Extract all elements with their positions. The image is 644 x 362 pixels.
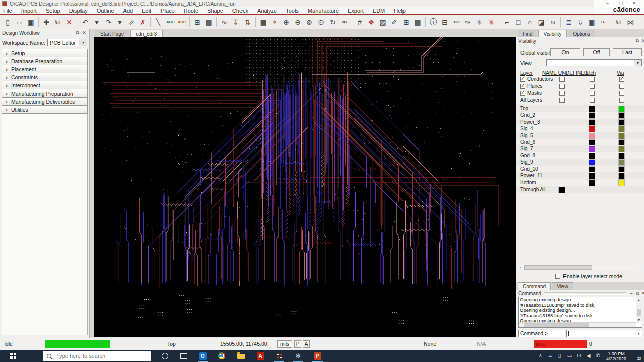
save-icon[interactable]: ▣ [25, 17, 36, 28]
menu-item-display[interactable]: Display [69, 8, 88, 14]
checkbox-planes-etch[interactable] [590, 84, 595, 89]
via-color-swatch[interactable] [618, 173, 625, 179]
etch-color-swatch[interactable] [589, 112, 595, 119]
panel-close-icon[interactable]: ✕ [640, 291, 644, 296]
etch-color-swatch[interactable] [589, 146, 595, 152]
shape-polygon-icon[interactable]: ⌐ [501, 17, 512, 28]
scroll-down-icon[interactable]: ▼ [636, 317, 641, 323]
checkbox-all-layers-name-undefined[interactable] [559, 98, 565, 103]
menu-item-edit[interactable]: Edit [142, 8, 151, 14]
checkbox-masks-etch[interactable] [590, 90, 595, 96]
pcb-design-canvas[interactable] [94, 37, 516, 337]
menu-item-export[interactable]: Export [348, 8, 364, 14]
reuse-icon[interactable]: R₁ [598, 17, 609, 28]
view-3d-icon[interactable]: 3D [339, 17, 350, 28]
file-explorer-icon[interactable] [231, 350, 251, 362]
scroll-up-icon[interactable]: ▲ [636, 297, 641, 303]
scrollbar-thumb[interactable] [524, 323, 589, 327]
drc-status-indicator[interactable]: DRC [534, 340, 587, 348]
outlook-icon[interactable]: O [193, 350, 212, 362]
global-on-button[interactable]: On [550, 48, 580, 56]
menu-item-shape[interactable]: Shape [207, 8, 223, 14]
zoom-out-icon[interactable]: ⊖ [292, 17, 303, 28]
start-button[interactable] [0, 350, 24, 362]
chevron-down-icon[interactable]: ▾ [635, 330, 642, 337]
etch-color-swatch[interactable] [589, 173, 595, 179]
scrollbar-thumb[interactable] [524, 265, 592, 270]
units-button[interactable]: mils [277, 340, 292, 348]
menu-item-manufacture[interactable]: Manufacture [308, 8, 339, 14]
layer-row-sig-4[interactable]: Sig_4 [516, 125, 644, 132]
via-color-swatch[interactable] [618, 153, 625, 159]
workflow-item-manufacturing-preparation[interactable]: ›Manufacturing Preparation [2, 89, 88, 98]
tab-visibility[interactable]: Visibility [538, 30, 567, 37]
copy-icon[interactable]: ⧉ [52, 17, 63, 28]
open-folder-icon[interactable]: ▱ [14, 17, 25, 28]
panel-close-icon[interactable]: ✕ [81, 30, 87, 35]
zoom-previous-icon[interactable]: ⊙ [315, 17, 327, 28]
cross-section-icon[interactable]: ≣ [563, 17, 574, 28]
menu-item-import[interactable]: Import [21, 8, 37, 14]
color-brush-icon[interactable]: ✑ [462, 17, 473, 28]
console-vertical-scrollbar[interactable]: ▲ ▼ [636, 297, 642, 323]
close-window-icon[interactable]: ✕ [631, 1, 637, 6]
menu-item-analyze[interactable]: Analyze [257, 8, 277, 14]
via-color-swatch[interactable] [618, 146, 625, 152]
workflow-item-constraints[interactable]: ›Constraints [2, 73, 88, 81]
datatips-icon[interactable]: ⊞ [400, 17, 412, 28]
add-line-icon[interactable]: ╲ [153, 17, 164, 28]
new-file-icon[interactable]: ▯ [2, 17, 13, 28]
layer-row-power-3[interactable]: Power_3 [516, 119, 644, 125]
etch-color-swatch[interactable] [589, 133, 595, 139]
drill-legend-icon[interactable]: ⇩ [575, 17, 586, 28]
visibility-horizontal-scrollbar[interactable]: ‹ › [518, 265, 642, 270]
panel-float-icon[interactable]: ⧉ [634, 291, 640, 296]
panel-grip[interactable] [539, 40, 626, 42]
snowflake-app-icon[interactable]: ✻ [289, 350, 308, 362]
via-color-swatch[interactable] [618, 106, 625, 112]
panel-minimize-icon[interactable]: – [628, 291, 634, 296]
swap-layers-icon[interactable]: ⇅ [242, 17, 253, 28]
show-element-icon[interactable]: ⓘ [428, 17, 439, 28]
layer-row-sig-5[interactable]: Sig_5 [516, 132, 644, 139]
acrobat-icon[interactable]: A [251, 350, 270, 362]
panel-float-icon[interactable]: ⧉ [634, 38, 640, 44]
shadow-mode-icon[interactable]: ▨ [377, 17, 388, 28]
checkbox-masks-name-undefined[interactable] [559, 90, 565, 96]
checkbox-planes-name-undefined[interactable] [559, 84, 565, 89]
command-input[interactable]: ▾ [566, 330, 642, 337]
etch-color-swatch[interactable] [589, 179, 595, 186]
tab-start-page[interactable]: Start Page [95, 30, 129, 37]
battery-icon[interactable]: ▭ [565, 350, 574, 362]
onedrive-icon[interactable]: ☁ [545, 350, 555, 362]
workflow-item-setup[interactable]: ›Setup [2, 49, 88, 57]
minimize-window-icon[interactable]: – [604, 1, 610, 6]
move-icon[interactable]: ✚ [41, 17, 52, 28]
etch-color-swatch[interactable] [589, 166, 595, 173]
notification-center-icon[interactable]: 22 [630, 353, 643, 359]
properties-icon[interactable]: ⊟ [439, 17, 450, 28]
display-icon[interactable]: ⊡ [574, 350, 584, 362]
mirror-icon[interactable]: ⋈ [625, 17, 636, 28]
etch-color-swatch[interactable] [589, 139, 595, 146]
search-input[interactable] [55, 352, 138, 359]
checkbox-conductors[interactable] [520, 77, 525, 82]
checkbox-all-layers-etch[interactable] [590, 98, 595, 103]
menu-item-add[interactable]: Add [123, 8, 133, 14]
grid-toggle-icon[interactable]: # [354, 17, 365, 28]
zoom-fit-icon[interactable]: ⊚ [304, 17, 315, 28]
add-component-icon[interactable]: ⊞ [192, 17, 203, 28]
layer-row-gnd-2[interactable]: Gnd_2 [516, 112, 644, 118]
chevron-down-icon[interactable]: ▾ [634, 60, 641, 66]
checkbox-masks[interactable] [520, 90, 525, 96]
copy-stack-icon[interactable]: ⧉ [613, 17, 624, 28]
maximize-window-icon[interactable]: ▢ [618, 1, 624, 6]
show-measure-icon[interactable]: 123 [451, 17, 462, 28]
workflow-item-utilities[interactable]: ›Utilities [2, 105, 88, 114]
workflow-item-placement[interactable]: ›Placement [2, 65, 88, 73]
tab-options[interactable]: Options [568, 30, 595, 37]
layer-row-sig-9[interactable]: Sig_9 [516, 159, 644, 165]
volume-icon[interactable]: ◀ [584, 350, 593, 362]
console-horizontal-scrollbar[interactable] [519, 322, 636, 327]
panel-float-icon[interactable]: ⧉ [75, 30, 81, 36]
